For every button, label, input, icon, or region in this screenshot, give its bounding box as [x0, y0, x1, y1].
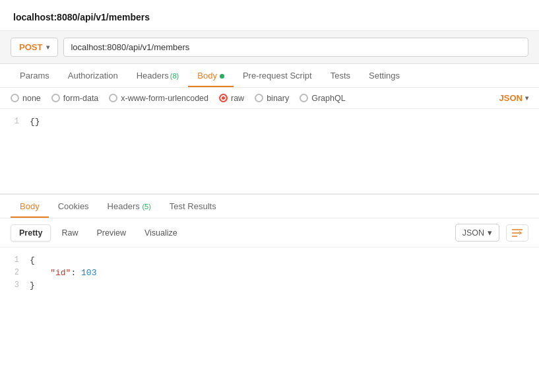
format-preview-button[interactable]: Preview [88, 225, 133, 241]
resp-json-dropdown[interactable]: JSON ▾ [455, 224, 499, 242]
req-code-line-1: 1 {} [0, 115, 539, 128]
tab-settings[interactable]: Settings [360, 64, 409, 87]
radio-urlencoded-circle [109, 94, 117, 102]
tab-headers[interactable]: Headers(8) [127, 64, 189, 87]
headers-badge: (8) [170, 72, 179, 80]
radio-none-circle [11, 94, 19, 102]
response-format-bar: Pretty Raw Preview Visualize JSON ▾ [0, 218, 539, 247]
format-pretty-button[interactable]: Pretty [11, 224, 51, 242]
title-bar: localhost:8080/api/v1/members [0, 0, 539, 31]
resp-line-num-2: 2 [0, 268, 30, 277]
resp-tab-body[interactable]: Body [11, 195, 49, 218]
radio-graphql-circle [300, 94, 308, 102]
tab-body[interactable]: Body [188, 64, 234, 87]
tab-params[interactable]: Params [11, 64, 59, 87]
wrap-lines-button[interactable] [506, 224, 528, 242]
resp-headers-badge: (5) [142, 203, 150, 211]
resp-code-line-2: 2 "id": 103 [0, 267, 539, 279]
method-selector[interactable]: POST ▾ [11, 38, 58, 57]
method-chevron-icon: ▾ [46, 44, 49, 51]
radio-form-data-circle [51, 94, 60, 102]
json-chevron-icon: ▾ [525, 94, 528, 102]
wrap-icon [512, 228, 523, 238]
response-tabs: Body Cookies Headers (5) Test Results [0, 195, 539, 218]
resp-code-line-3: 3 } [0, 279, 539, 292]
resp-tab-cookies[interactable]: Cookies [49, 195, 98, 218]
resp-line-num-1: 1 [0, 255, 30, 265]
resp-json-chevron-icon: ▾ [488, 228, 492, 238]
url-bar: POST ▾ [0, 31, 539, 64]
resp-code-line-1: 1 { [0, 254, 539, 267]
format-visualize-button[interactable]: Visualize [137, 225, 185, 241]
tab-authorization[interactable]: Authorization [59, 64, 127, 87]
resp-line-content-2: "id": 103 [30, 268, 539, 278]
page-title: localhost:8080/api/v1/members [13, 12, 150, 22]
tab-tests[interactable]: Tests [321, 64, 360, 87]
radio-none[interactable]: none [11, 94, 41, 103]
method-label: POST [19, 42, 42, 52]
radio-urlencoded[interactable]: x-www-form-urlencoded [109, 94, 208, 103]
resp-line-content-3: } [30, 280, 539, 290]
radio-binary[interactable]: binary [255, 94, 289, 103]
request-tabs: Params Authorization Headers(8) Body Pre… [0, 64, 539, 88]
format-raw-button[interactable]: Raw [53, 225, 86, 241]
radio-graphql[interactable]: GraphQL [300, 94, 345, 103]
body-type-bar: none form-data x-www-form-urlencoded raw… [0, 88, 539, 109]
request-code-editor[interactable]: 1 {} [0, 109, 539, 195]
body-dot-icon [220, 74, 224, 79]
response-code-area: 1 { 2 "id": 103 3 } [0, 247, 539, 298]
resp-tab-testresults[interactable]: Test Results [160, 195, 226, 218]
radio-binary-circle [255, 94, 263, 102]
radio-raw[interactable]: raw [219, 94, 244, 103]
tab-prerequest[interactable]: Pre-request Script [234, 64, 321, 87]
radio-form-data[interactable]: form-data [51, 94, 99, 103]
resp-line-content-1: { [30, 255, 539, 265]
radio-raw-circle [219, 94, 228, 102]
req-line-content-1: {} [30, 117, 539, 127]
response-section: Body Cookies Headers (5) Test Results Pr… [0, 195, 539, 298]
url-input[interactable] [63, 38, 528, 57]
resp-line-num-3: 3 [0, 280, 30, 290]
resp-tab-headers[interactable]: Headers (5) [98, 195, 160, 218]
json-format-dropdown[interactable]: JSON ▾ [499, 93, 528, 103]
req-line-num-1: 1 [0, 117, 30, 126]
